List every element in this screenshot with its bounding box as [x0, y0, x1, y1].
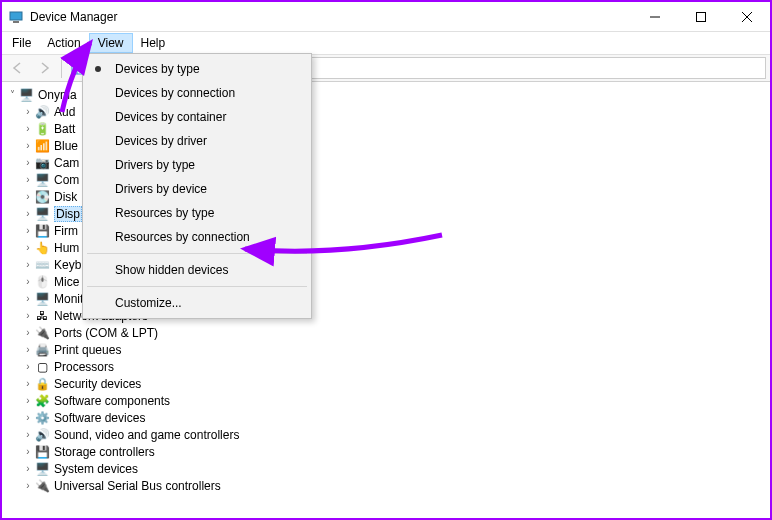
menu-item-label: Drivers by device [115, 182, 207, 196]
tree-item[interactable]: ›🔌Universal Serial Bus controllers [22, 477, 770, 494]
menu-devices-by-container[interactable]: Devices by container [85, 105, 309, 129]
tree-item-label: Hum [54, 241, 79, 255]
menu-devices-by-type[interactable]: Devices by type [85, 57, 309, 81]
category-icon: 🖱️ [34, 274, 50, 290]
close-button[interactable] [724, 2, 770, 32]
tree-item[interactable]: ›🔌Ports (COM & LPT) [22, 324, 770, 341]
menu-action[interactable]: Action [39, 33, 88, 53]
menu-item-label: Devices by type [115, 62, 200, 76]
expand-icon[interactable]: › [22, 242, 34, 254]
menu-separator [87, 286, 307, 287]
menu-drivers-by-device[interactable]: Drivers by device [85, 177, 309, 201]
tree-item-label: Com [54, 173, 79, 187]
category-icon: ⌨️ [34, 257, 50, 273]
menu-file[interactable]: File [4, 33, 39, 53]
category-icon: 🖥️ [34, 461, 50, 477]
category-icon: 🖥️ [34, 172, 50, 188]
category-icon: 👆 [34, 240, 50, 256]
view-menu-popup: Devices by type Devices by connection De… [82, 53, 312, 319]
expand-icon[interactable]: › [22, 429, 34, 441]
tree-item-label: Ports (COM & LPT) [54, 326, 158, 340]
expand-icon[interactable]: › [22, 344, 34, 356]
expand-icon[interactable]: › [22, 446, 34, 458]
svg-rect-1 [13, 21, 19, 23]
category-icon: ▢ [34, 359, 50, 375]
expand-icon[interactable]: › [22, 123, 34, 135]
expand-icon[interactable]: › [22, 191, 34, 203]
menu-customize[interactable]: Customize... [85, 291, 309, 315]
tree-item[interactable]: ›⚙️Software devices [22, 409, 770, 426]
menu-resources-by-connection[interactable]: Resources by connection [85, 225, 309, 249]
tree-item-label: Software components [54, 394, 170, 408]
expand-icon[interactable]: › [22, 174, 34, 186]
tree-item-label: System devices [54, 462, 138, 476]
expand-icon[interactable]: › [22, 140, 34, 152]
menu-drivers-by-type[interactable]: Drivers by type [85, 153, 309, 177]
tree-item[interactable]: ›▢Processors [22, 358, 770, 375]
category-icon: 🖨️ [34, 342, 50, 358]
expand-icon[interactable]: › [22, 157, 34, 169]
tree-item-label: Sound, video and game controllers [54, 428, 239, 442]
menu-devices-by-connection[interactable]: Devices by connection [85, 81, 309, 105]
menu-item-label: Resources by type [115, 206, 214, 220]
menu-show-hidden-devices[interactable]: Show hidden devices [85, 258, 309, 282]
expand-icon[interactable]: › [22, 480, 34, 492]
expand-icon[interactable]: › [22, 276, 34, 288]
tree-item[interactable]: ›🔊Sound, video and game controllers [22, 426, 770, 443]
tree-item-label: Keyb [54, 258, 81, 272]
tree-item-label: Storage controllers [54, 445, 155, 459]
menu-item-label: Devices by driver [115, 134, 207, 148]
tree-item[interactable]: ›🖥️System devices [22, 460, 770, 477]
category-icon: 🖥️ [34, 291, 50, 307]
category-icon: 💾 [34, 444, 50, 460]
category-icon: 📶 [34, 138, 50, 154]
expand-icon[interactable]: › [22, 463, 34, 475]
tree-root-label: Onyma [38, 88, 77, 102]
category-icon: 🖥️ [34, 206, 50, 222]
back-button[interactable] [6, 56, 30, 80]
expand-icon[interactable]: › [22, 395, 34, 407]
toolbar-separator [61, 58, 62, 78]
tree-item-label: Cam [54, 156, 79, 170]
expand-icon[interactable]: › [22, 378, 34, 390]
tree-item-label: Software devices [54, 411, 145, 425]
tree-item-label: Blue [54, 139, 78, 153]
expand-icon[interactable]: › [22, 106, 34, 118]
menu-resources-by-type[interactable]: Resources by type [85, 201, 309, 225]
menu-item-label: Devices by container [115, 110, 226, 124]
tree-item[interactable]: ›🔒Security devices [22, 375, 770, 392]
menu-help[interactable]: Help [133, 33, 174, 53]
tree-item-label: Universal Serial Bus controllers [54, 479, 221, 493]
tree-item-label: Mice [54, 275, 79, 289]
tree-item-label: Print queues [54, 343, 121, 357]
menu-separator [87, 253, 307, 254]
menu-view[interactable]: View [89, 33, 133, 53]
tree-item[interactable]: ›💾Storage controllers [22, 443, 770, 460]
expand-icon[interactable]: › [22, 361, 34, 373]
tree-item-label: Batt [54, 122, 75, 136]
maximize-button[interactable] [678, 2, 724, 32]
expand-icon[interactable]: › [22, 208, 34, 220]
tree-item[interactable]: ›🧩Software components [22, 392, 770, 409]
expand-icon[interactable]: › [22, 293, 34, 305]
expand-icon[interactable]: › [22, 259, 34, 271]
menu-devices-by-driver[interactable]: Devices by driver [85, 129, 309, 153]
minimize-button[interactable] [632, 2, 678, 32]
forward-button[interactable] [32, 56, 56, 80]
collapse-icon[interactable]: ˅ [6, 89, 18, 101]
category-icon: 🧩 [34, 393, 50, 409]
expand-icon[interactable]: › [22, 225, 34, 237]
menu-bar: File Action View Help [2, 32, 770, 54]
tree-item-label: Firm [54, 224, 78, 238]
expand-icon[interactable]: › [22, 310, 34, 322]
menu-item-label: Resources by connection [115, 230, 250, 244]
expand-icon[interactable]: › [22, 412, 34, 424]
category-icon: 💽 [34, 189, 50, 205]
category-icon: 🔋 [34, 121, 50, 137]
tree-item[interactable]: ›🖨️Print queues [22, 341, 770, 358]
expand-icon[interactable]: › [22, 327, 34, 339]
category-icon: 💾 [34, 223, 50, 239]
svg-rect-3 [697, 12, 706, 21]
window-controls [632, 2, 770, 32]
category-icon: 🔌 [34, 478, 50, 494]
